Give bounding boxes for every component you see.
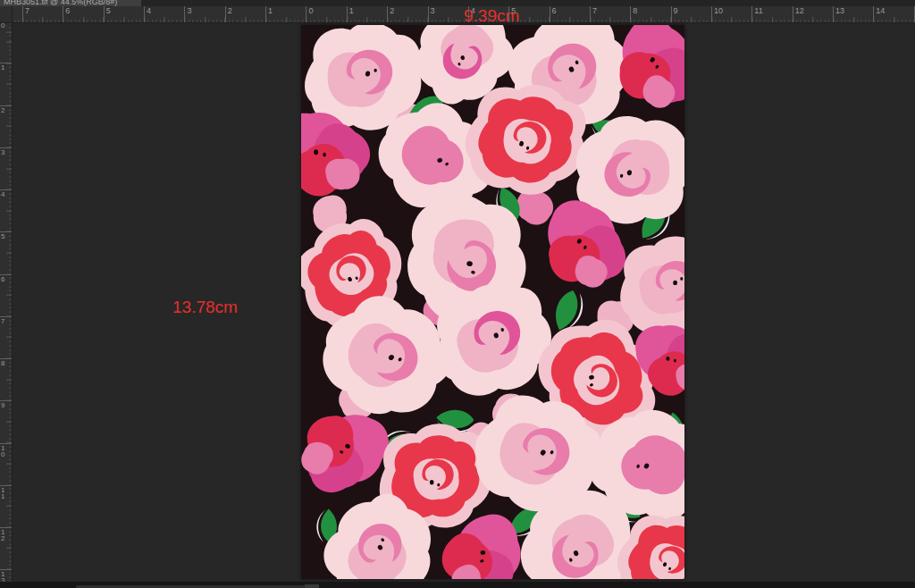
height-annotation: 13.78cm: [172, 298, 238, 316]
v-ruler-label: 8: [0, 358, 12, 366]
h-ruler-label: 14: [873, 6, 885, 22]
h-ruler-label: 13: [833, 6, 844, 22]
h-ruler-label: 7: [590, 6, 597, 22]
document-canvas[interactable]: [301, 25, 684, 579]
h-ruler-label: 12: [793, 6, 804, 22]
v-ruler-label: 3: [0, 147, 12, 155]
vertical-ruler[interactable]: 012345678910111213: [0, 23, 13, 582]
document-tab[interactable]: MHB3051.tif @ 44.5%(RGB/8#): [0, 0, 141, 6]
h-ruler-label: 10: [711, 6, 723, 22]
document-tab-bar: MHB3051.tif @ 44.5%(RGB/8#): [0, 0, 915, 6]
v-ruler-label: 1: [0, 63, 12, 71]
photoshop-workspace: MHB3051.tif @ 44.5%(RGB/8#) 765432101234…: [0, 0, 915, 588]
width-annotation: 9.39cm: [464, 7, 519, 25]
h-ruler-label: 3: [428, 6, 435, 22]
h-ruler-label: 6: [63, 6, 70, 22]
horizontal-ruler[interactable]: 76543210123456789101112131415: [0, 6, 915, 23]
v-ruler-label: 9: [0, 400, 12, 408]
h-ruler-label: 11: [751, 6, 762, 22]
bottom-bar-button[interactable]: [305, 584, 319, 588]
h-ruler-label: 5: [104, 6, 111, 22]
h-ruler-label: 1: [265, 6, 273, 22]
floral-pattern-artwork: [301, 25, 684, 579]
ruler-origin-corner[interactable]: [0, 6, 13, 23]
h-ruler-label: 6: [550, 6, 557, 22]
document-tab-title: MHB3051.tif @ 44.5%(RGB/8#): [4, 0, 117, 6]
v-ruler-label: 6: [0, 274, 12, 282]
v-ruler-label: 5: [0, 231, 12, 239]
h-ruler-label: 9: [671, 6, 678, 22]
h-ruler-label: 1: [347, 6, 354, 22]
h-ruler-label: 8: [630, 6, 637, 22]
h-ruler-label: 2: [387, 6, 394, 22]
v-ruler-label: 2: [0, 105, 12, 113]
h-ruler-label: 4: [144, 6, 151, 22]
v-ruler-label: 10: [0, 443, 12, 458]
v-ruler-label: 12: [0, 527, 12, 542]
h-ruler-label: 7: [22, 6, 29, 22]
v-ruler-label: 4: [0, 189, 12, 197]
v-ruler-label: 13: [0, 569, 12, 582]
v-ruler-label: 7: [0, 316, 12, 324]
h-ruler-label: 0: [306, 6, 313, 22]
h-ruler-label: 2: [225, 6, 232, 22]
h-ruler-label: 3: [184, 6, 191, 22]
v-ruler-label: 11: [0, 485, 12, 500]
v-ruler-label: 0: [0, 23, 12, 29]
bottom-bar: [0, 582, 915, 588]
